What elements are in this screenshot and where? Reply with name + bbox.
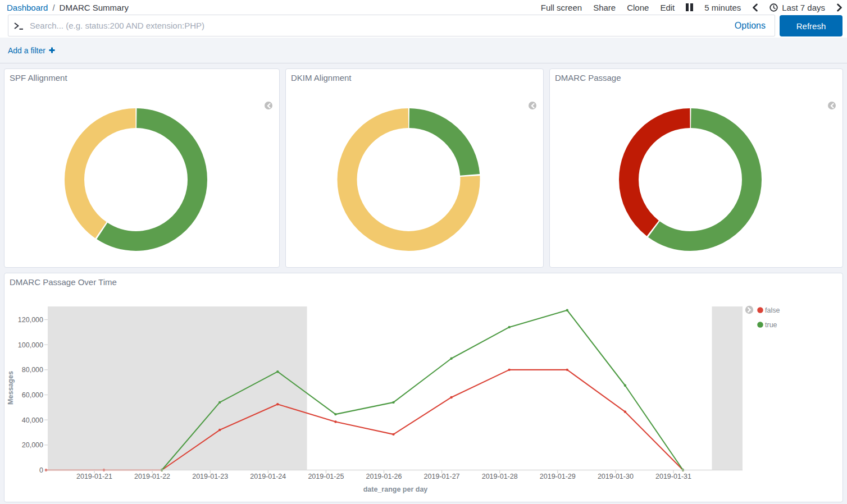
refresh-button[interactable]: Refresh	[780, 15, 843, 36]
svg-text:120,000: 120,000	[18, 316, 43, 324]
passage-over-time-line-chart: 2019-01-212019-01-222019-01-232019-01-24…	[4, 273, 843, 502]
query-bar: Options Refresh	[0, 15, 847, 38]
svg-text:2019-01-26: 2019-01-26	[366, 473, 402, 480]
console-prompt-icon	[13, 21, 24, 31]
svg-text:date_range per day: date_range per day	[363, 485, 428, 493]
breadcrumb: Dashboard / DMARC Summary	[7, 0, 129, 15]
pause-refresh-button[interactable]	[686, 3, 693, 11]
search-box: Options	[8, 15, 775, 36]
chevron-right-icon	[836, 3, 843, 12]
time-back-button[interactable]	[752, 3, 758, 12]
breadcrumb-link-dashboard[interactable]: Dashboard	[7, 3, 48, 12]
svg-text:false: false	[765, 306, 780, 314]
time-range-picker[interactable]: Last 7 days	[769, 3, 825, 12]
menu-item-share[interactable]: Share	[593, 3, 616, 12]
panel-dkim-alignment: DKIM Alignment	[285, 68, 544, 268]
svg-text:0: 0	[39, 466, 43, 474]
svg-text:2019-01-28: 2019-01-28	[482, 473, 518, 480]
breadcrumb-current: DMARC Summary	[60, 3, 129, 12]
svg-text:2019-01-30: 2019-01-30	[598, 473, 634, 480]
svg-text:100,000: 100,000	[18, 341, 43, 349]
dmarc-donut-chart	[550, 69, 843, 267]
search-input[interactable]	[30, 15, 735, 36]
menu-item-clone[interactable]: Clone	[627, 3, 649, 12]
svg-text:2019-01-23: 2019-01-23	[192, 473, 228, 480]
svg-text:2019-01-24: 2019-01-24	[250, 473, 286, 480]
svg-text:true: true	[765, 321, 777, 329]
options-link[interactable]: Options	[735, 21, 766, 31]
svg-text:2019-01-31: 2019-01-31	[655, 473, 691, 480]
time-forward-button[interactable]	[836, 3, 843, 12]
clock-icon	[769, 3, 778, 12]
legend-toggle-icon[interactable]	[265, 102, 272, 109]
legend-toggle-icon[interactable]	[828, 102, 836, 109]
pause-icon	[686, 3, 693, 11]
svg-text:2019-01-21: 2019-01-21	[76, 473, 112, 480]
add-filter-button[interactable]: Add a filter	[8, 46, 56, 55]
svg-text:Messages: Messages	[7, 371, 15, 405]
menu-item-edit[interactable]: Edit	[660, 3, 675, 12]
chart-legend: falsetrue	[745, 306, 780, 329]
chevron-left-icon	[752, 3, 758, 12]
svg-text:80,000: 80,000	[22, 366, 43, 374]
spf-donut-chart	[4, 69, 279, 267]
dashboard-grid: SPF Allignment DKIM Alignment DMARC Pass…	[0, 63, 847, 504]
menu-item-full-screen[interactable]: Full screen	[541, 3, 582, 12]
panel-spf-alignment: SPF Allignment	[4, 68, 280, 268]
svg-text:2019-01-25: 2019-01-25	[308, 473, 344, 480]
panel-dmarc-passage-over-time: DMARC Passage Over Time 2019-01-212019-0…	[4, 273, 843, 502]
top-bar: Dashboard / DMARC Summary Full screen Sh…	[0, 0, 847, 15]
refresh-interval-label[interactable]: 5 minutes	[704, 3, 741, 12]
svg-text:40,000: 40,000	[22, 416, 43, 424]
svg-text:2019-01-29: 2019-01-29	[540, 473, 576, 480]
breadcrumb-separator: /	[52, 3, 54, 12]
legend-toggle-icon[interactable]	[529, 102, 536, 109]
time-range-label: Last 7 days	[782, 3, 825, 12]
svg-text:2019-01-22: 2019-01-22	[134, 473, 170, 480]
svg-text:20,000: 20,000	[22, 441, 43, 449]
top-menu: Full screen Share Clone Edit 5 minutes L…	[541, 0, 843, 15]
svg-text:2019-01-27: 2019-01-27	[424, 473, 460, 480]
plus-icon	[48, 47, 56, 54]
filter-bar: Add a filter	[0, 38, 847, 63]
svg-text:60,000: 60,000	[22, 391, 43, 399]
dkim-donut-chart	[286, 69, 543, 267]
add-filter-label: Add a filter	[8, 46, 45, 55]
panel-dmarc-passage: DMARC Passage	[549, 68, 843, 268]
